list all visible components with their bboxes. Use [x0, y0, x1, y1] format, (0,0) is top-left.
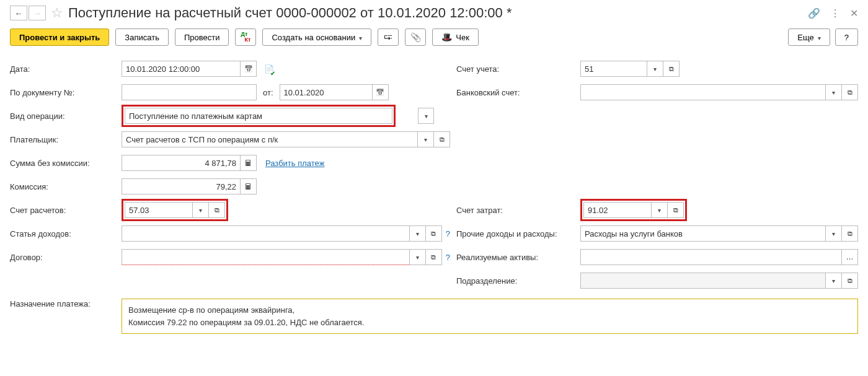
bank-account-open-button[interactable] [842, 84, 858, 100]
payment-purpose-line1: Возмещение ср-в по операциям эквайринга, [128, 304, 851, 317]
popout-icon [431, 229, 436, 238]
popout-icon [673, 206, 678, 214]
division-label: Подразделение: [456, 276, 580, 286]
sum-no-commission-label: Сумма без комиссии: [10, 159, 122, 168]
commission-label: Комиссия: [10, 182, 122, 191]
dt-kt-button[interactable]: ДтКт [235, 28, 256, 46]
contract-input[interactable] [122, 249, 410, 265]
hat-icon [441, 32, 452, 42]
realizable-assets-input[interactable] [580, 249, 842, 265]
more-label: Еще [797, 33, 813, 42]
calc-account-input[interactable]: 57.03 [125, 202, 193, 218]
posted-status-icon: 📄 [264, 64, 279, 74]
calendar-icon [244, 64, 253, 73]
popout-icon [848, 276, 852, 285]
payment-purpose-textarea[interactable]: Возмещение ср-в по операциям эквайринга,… [122, 299, 858, 334]
kebab-menu-icon[interactable]: ⋮ [830, 7, 840, 19]
cost-account-open-button[interactable] [668, 202, 684, 218]
sum-calculator-button[interactable] [241, 155, 257, 171]
calc-account-label: Счет расчетов: [10, 206, 122, 215]
dropdown-icon [416, 229, 419, 238]
favorite-star-icon[interactable]: ☆ [51, 5, 63, 21]
payment-purpose-label-text: Назначение платежа: [10, 299, 91, 308]
cost-account-highlight: 91.02 [580, 199, 687, 221]
from-date-input[interactable]: 10.01.2020 [280, 84, 373, 100]
dropdown-icon [832, 229, 835, 238]
dropdown-icon [653, 64, 657, 73]
income-help-icon[interactable]: ? [446, 229, 450, 238]
calculator-icon [244, 159, 252, 168]
income-article-input[interactable] [122, 225, 410, 242]
income-article-dropdown-button[interactable] [410, 225, 426, 242]
contract-help-icon[interactable]: ? [446, 253, 450, 262]
popout-icon [669, 64, 674, 73]
popout-icon [431, 253, 436, 261]
calc-account-dropdown-button[interactable] [193, 202, 209, 218]
check-button[interactable]: Чек [432, 28, 479, 46]
calc-account-highlight: 57.03 [122, 199, 228, 221]
payer-open-button[interactable] [434, 131, 450, 147]
account-label: Счет учета: [456, 64, 580, 74]
assets-more-button[interactable]: … [842, 249, 858, 265]
other-open-button[interactable] [842, 225, 858, 242]
cost-account-input[interactable]: 91.02 [583, 202, 652, 218]
division-dropdown-button[interactable] [826, 273, 842, 289]
check-label: Чек [456, 33, 469, 42]
other-dropdown-button[interactable] [826, 225, 842, 242]
page-title: Поступление на расчетный счет 0000-00000… [68, 5, 808, 21]
payer-label: Плательщик: [10, 135, 122, 144]
calendar-icon [376, 88, 384, 97]
account-dropdown-button[interactable] [647, 61, 663, 77]
cost-account-label: Счет затрат: [456, 206, 580, 215]
other-income-expense-label: Прочие доходы и расходы: [456, 229, 580, 238]
dropdown-icon [199, 206, 202, 214]
other-income-expense-input[interactable]: Расходы на услуги банков [580, 225, 826, 242]
sum-no-commission-input[interactable]: 4 871,78 [122, 155, 241, 171]
contract-open-button[interactable] [426, 249, 442, 265]
cost-account-dropdown-button[interactable] [652, 202, 668, 218]
popout-icon [848, 229, 852, 238]
account-open-button[interactable] [663, 61, 680, 77]
nav-forward-button[interactable]: → [29, 6, 46, 20]
split-payment-link[interactable]: Разбить платеж [265, 159, 324, 168]
link-icon[interactable]: 🔗 [808, 7, 820, 19]
payer-input[interactable]: Счет расчетов с ТСП по операциям с п/к [122, 131, 418, 147]
date-calendar-button[interactable] [241, 61, 257, 77]
payer-dropdown-button[interactable] [418, 131, 434, 147]
account-input[interactable]: 51 [580, 61, 647, 77]
division-input [580, 273, 826, 289]
payment-purpose-line2: Комиссия 79.22 по операциям за 09.01.20,… [128, 317, 851, 329]
operation-type-input[interactable]: Поступление по платежным картам [125, 108, 392, 124]
popout-icon [848, 88, 852, 97]
commission-input[interactable]: 79,22 [122, 178, 241, 195]
from-date-calendar-button[interactable] [373, 84, 389, 100]
payment-purpose-label: Назначение платежа: [10, 299, 122, 310]
create-based-on-button[interactable]: Создать на основании [262, 28, 371, 46]
operation-type-label: Вид операции: [10, 111, 122, 121]
more-button[interactable]: Еще [788, 28, 830, 46]
date-input[interactable]: 10.01.2020 12:00:00 [122, 61, 241, 77]
docnum-input[interactable] [122, 84, 257, 100]
dropdown-icon [658, 206, 661, 214]
bank-account-input[interactable] [580, 84, 826, 100]
conduct-and-close-button[interactable]: Провести и закрыть [10, 28, 109, 46]
dropdown-icon [832, 88, 835, 97]
contract-dropdown-button[interactable] [410, 249, 426, 265]
bank-account-dropdown-button[interactable] [826, 84, 842, 100]
calc-account-open-button[interactable] [209, 202, 225, 218]
division-open-button[interactable] [842, 273, 858, 289]
income-article-open-button[interactable] [426, 225, 442, 242]
dropdown-icon [416, 253, 419, 261]
commission-calculator-button[interactable] [241, 178, 257, 195]
help-button[interactable]: ? [835, 28, 858, 46]
create-based-label: Создать на основании [272, 33, 355, 42]
operation-type-dropdown-button[interactable] [418, 108, 434, 124]
income-article-label: Статья доходов: [10, 229, 122, 238]
conduct-button[interactable]: Провести [175, 28, 229, 46]
contract-label: Договор: [10, 253, 122, 262]
save-button[interactable]: Записать [115, 28, 169, 46]
nav-back-button[interactable]: ← [10, 6, 27, 20]
close-icon[interactable]: ✕ [850, 7, 858, 19]
structure-button[interactable]: ⮓ [378, 28, 399, 46]
attachment-button[interactable] [405, 28, 426, 46]
